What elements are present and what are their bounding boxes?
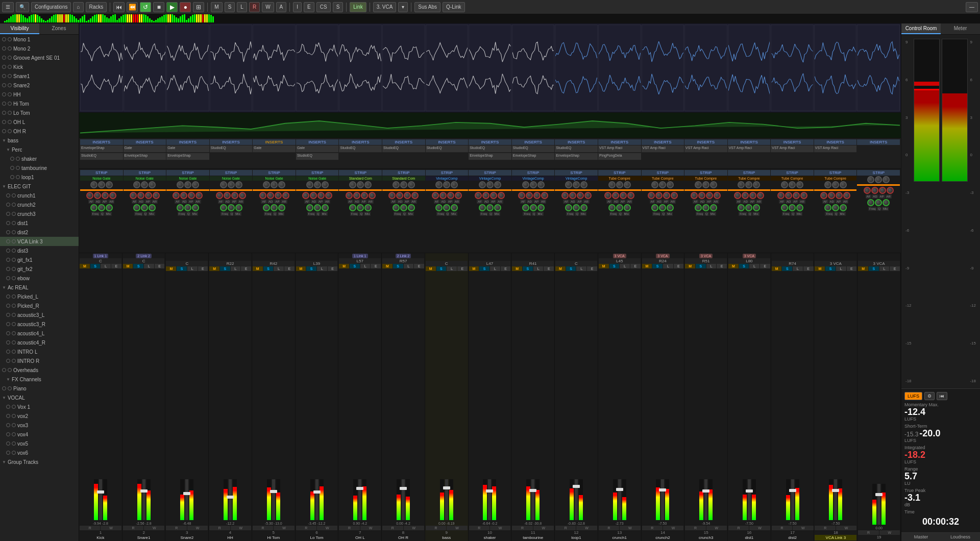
insert-slot[interactable]: VST Amp Raci bbox=[728, 145, 771, 153]
listen-btn[interactable]: L bbox=[187, 266, 198, 271]
mute-btn[interactable]: M bbox=[685, 264, 695, 268]
strip-mini-btn[interactable]: AP bbox=[361, 200, 367, 204]
read-btn[interactable]: R bbox=[728, 526, 749, 530]
visibility-dot-2[interactable] bbox=[8, 56, 12, 60]
visibility-dot-2[interactable] bbox=[12, 230, 16, 234]
strip-knob-red[interactable] bbox=[518, 192, 525, 199]
strip-knob[interactable] bbox=[537, 181, 545, 188]
e-btn[interactable]: E bbox=[198, 266, 208, 271]
strip-mini-btn[interactable]: AP bbox=[576, 200, 582, 204]
read-btn[interactable]: R bbox=[469, 526, 489, 530]
strip-mini-btn[interactable]: AR bbox=[194, 200, 201, 204]
solo-btn[interactable]: S bbox=[133, 264, 143, 268]
visibility-dot[interactable] bbox=[2, 46, 6, 51]
mode-a[interactable]: A bbox=[276, 2, 287, 12]
strip-knob-green[interactable] bbox=[278, 204, 285, 211]
fader-handle[interactable] bbox=[486, 489, 493, 493]
strip-knob[interactable] bbox=[832, 181, 839, 188]
pan-control[interactable]: L45 bbox=[599, 258, 641, 264]
e-btn[interactable]: E bbox=[414, 264, 424, 268]
play-btn[interactable]: ▶ bbox=[166, 2, 178, 12]
e-btn[interactable]: E bbox=[630, 264, 641, 268]
strip-knob[interactable] bbox=[824, 181, 831, 188]
visibility-dot[interactable] bbox=[6, 441, 10, 446]
visibility-dot[interactable] bbox=[6, 230, 10, 234]
strip-knob[interactable] bbox=[220, 181, 227, 188]
strip-knob[interactable] bbox=[98, 181, 105, 188]
sidebar-item-vox2[interactable]: vox2 bbox=[0, 411, 79, 421]
read-btn[interactable]: R bbox=[166, 526, 186, 530]
e-btn[interactable]: E bbox=[760, 264, 770, 268]
strip-mini-btn[interactable]: AF bbox=[88, 200, 94, 204]
solo-btn[interactable]: S bbox=[436, 266, 447, 271]
visibility-dot-2[interactable] bbox=[8, 102, 12, 106]
strip-knob-green[interactable] bbox=[479, 204, 486, 211]
visibility-dot[interactable] bbox=[6, 249, 10, 253]
channel-name[interactable]: crunch1 bbox=[599, 535, 641, 540]
visibility-dot[interactable] bbox=[6, 340, 10, 345]
configurations-btn[interactable]: Configurations bbox=[31, 2, 71, 12]
strip-knob-red[interactable] bbox=[569, 192, 576, 199]
strip-mini-btn[interactable]: AP bbox=[447, 200, 453, 204]
loudness-tab[interactable]: Loudness bbox=[941, 533, 980, 541]
strip-mini-btn[interactable]: AD bbox=[483, 200, 489, 204]
strip-knob-red[interactable] bbox=[447, 192, 454, 199]
strip-knob-red[interactable] bbox=[871, 187, 878, 194]
mute-btn[interactable]: M bbox=[728, 264, 739, 268]
solo-btn[interactable]: S bbox=[350, 264, 360, 268]
insert-slot[interactable]: VST Amp Raci bbox=[598, 145, 641, 153]
mute-btn[interactable]: M bbox=[555, 266, 566, 271]
racks-btn[interactable]: Racks bbox=[86, 2, 107, 12]
strip-knob[interactable] bbox=[875, 176, 882, 183]
strip-mini-btn[interactable]: AP bbox=[749, 200, 755, 204]
strip-knob[interactable] bbox=[149, 181, 156, 188]
write-btn[interactable]: W bbox=[749, 526, 770, 530]
channel-name[interactable]: dist2 bbox=[772, 535, 814, 540]
write-btn[interactable]: W bbox=[576, 526, 597, 530]
pan-control[interactable]: R57 bbox=[382, 258, 424, 264]
mute-btn[interactable]: M bbox=[166, 266, 176, 271]
sidebar-item-mono_1[interactable]: Mono 1 bbox=[0, 35, 79, 44]
solo-btn[interactable]: S bbox=[393, 264, 403, 268]
visibility-dot[interactable] bbox=[6, 203, 10, 207]
fader-handle[interactable] bbox=[659, 488, 666, 491]
strip-knob-green[interactable] bbox=[177, 204, 184, 211]
mode-s2[interactable]: S bbox=[333, 2, 344, 12]
insert-slot[interactable]: StudioEQ bbox=[382, 145, 425, 153]
sidebar-item-hh[interactable]: HH bbox=[0, 90, 79, 99]
strip-mini-btn[interactable]: AP bbox=[102, 200, 108, 204]
strip-knob-green[interactable] bbox=[106, 204, 113, 211]
strip-knob-red[interactable] bbox=[671, 192, 678, 199]
strip-knob-red[interactable] bbox=[749, 192, 756, 199]
read-btn[interactable]: R bbox=[123, 526, 143, 530]
strip-knob[interactable] bbox=[616, 181, 623, 188]
visibility-dot-2[interactable] bbox=[12, 294, 16, 299]
sidebar-item-piano[interactable]: Piano bbox=[0, 384, 79, 393]
visibility-dot-2[interactable] bbox=[12, 276, 16, 280]
record-btn[interactable]: ● bbox=[180, 2, 191, 12]
listen-btn[interactable]: L bbox=[274, 266, 284, 271]
strip-knob[interactable] bbox=[695, 181, 702, 188]
strip-mini-btn[interactable]: AD bbox=[570, 200, 576, 204]
strip-knob-green[interactable] bbox=[271, 204, 278, 211]
pan-control[interactable]: L39 bbox=[296, 261, 338, 266]
channel-name[interactable]: crunch3 bbox=[685, 535, 727, 540]
mute-btn[interactable]: M bbox=[123, 264, 133, 268]
strip-knob-red[interactable] bbox=[714, 192, 721, 199]
insert-slot[interactable]: EnvelopeShap bbox=[124, 153, 166, 160]
visibility-dot[interactable] bbox=[6, 221, 10, 225]
strip-knob-red[interactable] bbox=[541, 192, 548, 199]
sidebar-item-vocal[interactable]: ▼VOCAL bbox=[0, 393, 79, 402]
listen-btn[interactable]: L bbox=[576, 266, 586, 271]
strip-mini-btn[interactable]: AF bbox=[520, 200, 526, 204]
mute-btn[interactable]: M bbox=[772, 266, 782, 271]
insert-slot[interactable]: VST Amp Raci bbox=[642, 145, 684, 153]
listen-btn[interactable]: L bbox=[836, 266, 846, 271]
mode-s[interactable]: S bbox=[225, 2, 235, 12]
strip-mini-btn[interactable]: AD bbox=[699, 200, 705, 204]
strip-knob-green[interactable] bbox=[883, 199, 890, 206]
strip-mini-btn[interactable]: AR bbox=[497, 200, 503, 204]
sidebar-item-ebow[interactable]: ebow bbox=[0, 274, 79, 283]
strip-plugin-name[interactable]: VintageComp bbox=[469, 176, 511, 181]
strip-knob-red[interactable] bbox=[239, 192, 246, 199]
